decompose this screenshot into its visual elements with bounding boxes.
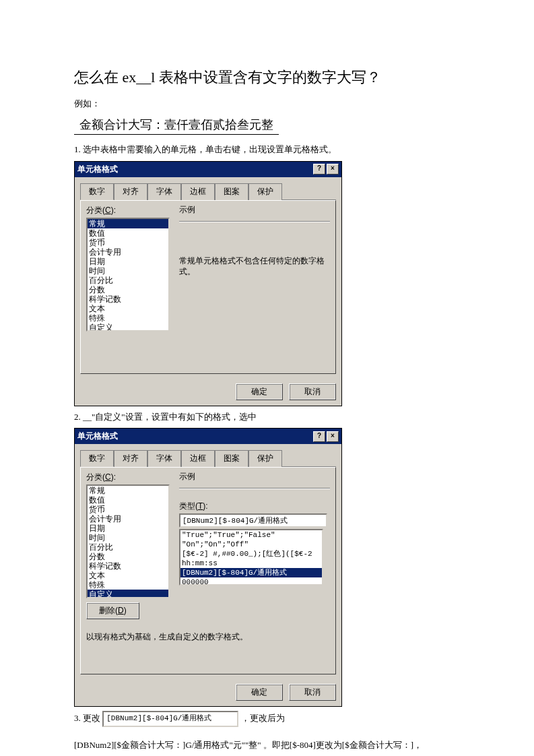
dialog-cell-format-2: 单元格格式 ? × 数字 对齐 字体 边框 图案 保护 分类(C): 常规数值货… (74, 428, 342, 707)
category-listbox[interactable]: 常规数值货币会计专用日期时间百分比分数科学记数文本特殊自定义 (86, 484, 170, 598)
titlebar: 单元格格式 ? × (75, 162, 341, 177)
category-listbox[interactable]: 常规数值货币会计专用日期时间百分比分数科学记数文本特殊自定义 (86, 218, 170, 332)
list-item[interactable]: 货币 (88, 505, 168, 514)
tab-font[interactable]: 字体 (147, 450, 181, 467)
step-3-prefix: 3. 更改 (74, 713, 100, 723)
list-item[interactable]: 特殊 (88, 313, 168, 323)
list-item[interactable]: 数值 (88, 495, 168, 505)
step-2: 2. __"自定义"设置，设置中有如下的格式，选中 (74, 410, 460, 424)
sample-label: 示例 (179, 204, 330, 216)
list-item[interactable]: 自定义 (88, 323, 168, 332)
step-3: 3. 更改 [DBNum2][$-804]G/通用格式 ，更改后为 (74, 711, 460, 727)
list-item[interactable]: 百分比 (88, 542, 168, 552)
list-item[interactable]: [DBNum2][$-804]G/通用格式 (180, 568, 322, 577)
tab-font[interactable]: 字体 (147, 183, 181, 200)
close-button[interactable]: × (327, 164, 339, 175)
list-item[interactable]: 百分比 (88, 276, 168, 285)
list-item[interactable]: 时间 (88, 533, 168, 542)
list-item[interactable]: 文本 (88, 571, 168, 580)
tab-pattern[interactable]: 图案 (215, 450, 248, 467)
list-item[interactable]: 分数 (88, 552, 168, 561)
type-label: 类型(T): (179, 501, 330, 512)
close-button[interactable]: × (327, 431, 339, 442)
ok-button[interactable]: 确定 (236, 684, 283, 701)
step-3-suffix: ，更改后为 (241, 713, 285, 723)
type-input[interactable]: [DBNum2][$-804]G/通用格式 (179, 513, 327, 528)
list-item[interactable]: 科学记数 (88, 294, 168, 304)
step-1: 1. 选中表格中需要输入的单元格，单击右键，出现设置单元格格式。 (74, 143, 460, 157)
dialog-title: 单元格格式 (77, 431, 313, 442)
list-item[interactable]: 会计专用 (88, 247, 168, 257)
tab-protect[interactable]: 保护 (248, 450, 282, 467)
list-item[interactable]: "True";"True";"False" (180, 530, 322, 540)
category-label: 分类(C): (86, 472, 174, 483)
page-title: 怎么在 ex__l 表格中设置含有文字的数字大写？ (74, 67, 460, 88)
list-item[interactable]: 货币 (88, 238, 168, 247)
list-item[interactable]: 日期 (88, 257, 168, 266)
tab-protect[interactable]: 保护 (248, 183, 282, 200)
cancel-button[interactable]: 取消 (289, 684, 336, 701)
example-label: 例如： (74, 97, 460, 111)
list-item[interactable]: "On";"On";"Off" (180, 540, 322, 549)
titlebar: 单元格格式 ? × (75, 429, 341, 444)
list-item[interactable]: 会计专用 (88, 514, 168, 524)
list-item[interactable]: 常规 (88, 486, 168, 495)
tab-number[interactable]: 数字 (80, 183, 114, 200)
dialog-cell-format-1: 单元格格式 ? × 数字 对齐 字体 边框 图案 保护 分类(C): 常规数值货… (74, 161, 342, 406)
list-item[interactable]: 科学记数 (88, 561, 168, 571)
category-label: 分类(C): (86, 205, 174, 216)
example-text: 金额合计大写：壹仟壹佰贰拾叁元整 (74, 115, 279, 135)
list-item[interactable]: 分数 (88, 285, 168, 294)
list-item[interactable]: 文本 (88, 304, 168, 313)
help-button[interactable]: ? (313, 164, 325, 175)
list-item[interactable]: 000000 (180, 577, 322, 586)
list-item[interactable]: 常规 (88, 219, 168, 228)
list-item[interactable]: 数值 (88, 228, 168, 238)
list-item[interactable]: 自定义 (88, 590, 168, 598)
tab-border[interactable]: 边框 (181, 450, 215, 467)
tab-align[interactable]: 对齐 (114, 183, 147, 200)
list-item[interactable]: hh:mm:ss (180, 559, 322, 568)
list-item[interactable]: [$€-2] #,##0.00_);[红色]([$€-2 (180, 549, 322, 559)
type-listbox[interactable]: "True";"True";"False""On";"On";"Off"[$€-… (179, 529, 323, 586)
delete-button[interactable]: 删除(D) (86, 602, 139, 619)
tab-number[interactable]: 数字 (80, 450, 114, 467)
list-item[interactable]: 特殊 (88, 580, 168, 590)
step-3-format-box: [DBNum2][$-804]G/通用格式 (102, 711, 238, 727)
tab-align[interactable]: 对齐 (114, 450, 147, 467)
sample-label: 示例 (179, 471, 330, 482)
custom-format-description: 以现有格式为基础，生成自定义的数字格式。 (86, 631, 330, 643)
help-button[interactable]: ? (313, 431, 325, 442)
tab-border[interactable]: 边框 (181, 183, 215, 200)
tab-pattern[interactable]: 图案 (215, 183, 248, 200)
format-description: 常规单元格格式不包含任何特定的数字格式。 (179, 255, 330, 278)
ok-button[interactable]: 确定 (236, 383, 283, 400)
dialog-title: 单元格格式 (77, 164, 313, 175)
cancel-button[interactable]: 取消 (289, 383, 336, 400)
list-item[interactable]: 时间 (88, 266, 168, 276)
final-line: [DBNum2][$金额合计大写：]G/通用格式"元""整" 。即把[$-804… (74, 739, 460, 751)
tabstrip: 数字 对齐 字体 边框 图案 保护 (80, 449, 336, 467)
tabstrip: 数字 对齐 字体 边框 图案 保护 (80, 183, 336, 200)
list-item[interactable]: 日期 (88, 524, 168, 533)
